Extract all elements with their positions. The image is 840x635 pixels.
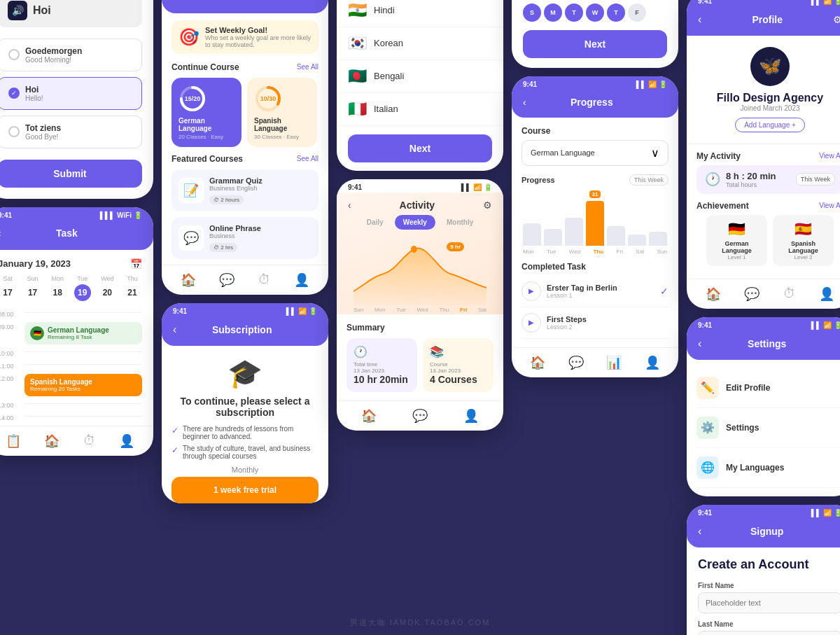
day-w[interactable]: W — [586, 4, 604, 22]
view-all-achievement[interactable]: View All — [819, 202, 840, 209]
nav-message[interactable]: 💬 — [219, 272, 234, 288]
activity-tabs: Daily Weekly Monthly — [348, 215, 492, 230]
day-f[interactable]: F — [628, 4, 646, 22]
status-bar-progress: 9:41 ▌▌📶🔋 — [512, 76, 678, 90]
gear-icon[interactable]: ⚙ — [833, 14, 840, 25]
task-firststeps[interactable]: ▶ First Steps Lesson 2 — [522, 307, 668, 339]
next-button-schedule[interactable]: Next — [523, 30, 667, 58]
tab-weekly[interactable]: Weekly — [395, 215, 435, 230]
phrase-name: Online Phrase — [209, 224, 261, 232]
nav-home-act[interactable]: 🏠 — [361, 408, 377, 424]
profile-avatar: 🦋 — [750, 47, 790, 86]
tab-monthly[interactable]: Monthly — [438, 215, 482, 230]
featured-grammar[interactable]: 📝 Grammar Quiz Business English ⏱ 2 hour… — [172, 169, 318, 211]
back-icon-signup[interactable]: ‹ — [698, 525, 701, 538]
status-bar-activity: 9:41 ▌▌📶🔋 — [337, 179, 503, 193]
day-sat[interactable]: Sat 17 — [0, 275, 18, 301]
submit-button[interactable]: Submit — [0, 160, 142, 188]
option-hoi[interactable]: Hoi Hello! — [0, 77, 142, 110]
day-sun[interactable]: Sun 17 — [23, 275, 43, 301]
add-language-button[interactable]: Add Language + — [735, 118, 805, 132]
setting-edit-profile[interactable]: ✏️ Edit Profile › — [696, 368, 840, 408]
course-selected: German Language — [531, 148, 595, 157]
nav-home-active[interactable]: 🏠 — [181, 272, 196, 288]
nav-clock-prf[interactable]: ⏱ — [783, 286, 796, 302]
course-date: Course13 Jan 2023 — [430, 361, 486, 374]
course-german[interactable]: 15/20 German Language 20 Classes · Easy — [172, 78, 241, 147]
view-all-activity[interactable]: View All — [819, 152, 840, 160]
weekly-title: Set Weekly Goal! — [205, 26, 312, 34]
weekly-banner[interactable]: 🎯 Set Weekly Goal! Who set a weekly goal… — [172, 20, 318, 54]
first-name-input[interactable] — [698, 592, 840, 613]
featured-phrase[interactable]: 💬 Online Phrase Business ⏱ 2 hrs — [172, 217, 318, 259]
setting-languages[interactable]: 🌐 My Languages › — [696, 448, 840, 488]
nav-stats-prog[interactable]: 📊 — [606, 355, 622, 370]
day-mon[interactable]: Mon 18 — [48, 275, 67, 301]
lang-hindi[interactable]: 🇮🇳 Hindi — [337, 0, 503, 27]
lang-korean[interactable]: 🇰🇷 Korean — [337, 27, 503, 60]
nav-msg-prog[interactable]: 💬 — [568, 355, 584, 370]
day-s[interactable]: S — [523, 4, 541, 22]
nav-profile-prf[interactable]: 👤 — [819, 286, 834, 302]
back-icon-task[interactable]: ‹ — [0, 228, 1, 239]
option-totziens[interactable]: Tot ziens Good Bye! — [0, 116, 142, 148]
activity-summary: Summary 🕐 Total time13 Jan 2023 10 hr 20… — [337, 314, 503, 400]
back-icon-settings[interactable]: ‹ — [698, 337, 701, 350]
day-t2[interactable]: T — [607, 4, 625, 22]
day-m[interactable]: M — [544, 4, 562, 22]
nav-msg-prf[interactable]: 💬 — [744, 286, 760, 302]
day-tue[interactable]: Tue 19 — [73, 275, 92, 301]
bar-fri — [607, 190, 625, 246]
option-sub-2: Hello! — [25, 95, 43, 102]
period-badge-profile[interactable]: This Week — [796, 173, 835, 186]
event-german[interactable]: 🇩🇪 German Language Remaining 8 Task — [24, 322, 142, 344]
task-erster[interactable]: ▶ Erster Tag in Berlin Lesson 1 ✓ — [522, 276, 668, 307]
nav-home-prog[interactable]: 🏠 — [530, 355, 545, 370]
bar-mon — [523, 190, 541, 246]
nav-home-prf[interactable]: 🏠 — [706, 286, 721, 302]
ach-spanish-level: Level 2 — [794, 254, 813, 260]
screen-subscription: 9:41 ▌▌📶🔋 ‹ Subscription 🎓 To continue, … — [162, 303, 328, 503]
ach-spanish[interactable]: 🇪🇸 Spanish Language Level 2 — [773, 215, 834, 266]
event-spanish-name: Spanish Language — [30, 378, 136, 386]
see-all-continue[interactable]: See All — [297, 63, 318, 71]
setting-settings[interactable]: ⚙️ Settings › — [696, 408, 840, 448]
ach-german[interactable]: 🇩🇪 German Language Level 1 — [706, 215, 767, 266]
day-t1[interactable]: T — [565, 4, 583, 22]
feature-text-2: The study of culture, travel, and busine… — [183, 445, 318, 460]
back-icon-sub[interactable]: ‹ — [173, 323, 176, 336]
see-all-featured[interactable]: See All — [297, 155, 318, 162]
last-name-input[interactable] — [698, 631, 840, 636]
back-icon-activity[interactable]: ‹ — [348, 200, 351, 211]
nav-user[interactable]: 👤 — [294, 272, 309, 288]
day-thu[interactable]: Thu 21 — [122, 275, 142, 301]
nav-task-icon[interactable]: 📋 — [6, 433, 21, 449]
next-button-lang[interactable]: Next — [348, 134, 492, 162]
back-icon-progress[interactable]: ‹ — [523, 97, 526, 108]
nav-user-prog[interactable]: 👤 — [645, 355, 660, 370]
trial-button[interactable]: 1 week free trial — [172, 477, 318, 503]
tab-daily[interactable]: Daily — [358, 215, 392, 230]
course-dropdown[interactable]: German Language ∨ — [522, 140, 668, 166]
settings-icon-activity[interactable]: ⚙ — [483, 200, 492, 211]
activity-chart: 9 hr — [348, 235, 492, 305]
lang-italian[interactable]: 🇮🇹 Italian — [337, 93, 503, 126]
lang-bengali[interactable]: 🇧🇩 Bengali — [337, 60, 503, 93]
nav-home-icon[interactable]: 🏠 — [44, 433, 59, 449]
option-goedemorgen[interactable]: Goedemorgen Good Morning! — [0, 39, 142, 71]
lang-name-bengali: Bengali — [374, 71, 404, 81]
nav-msg-act[interactable]: 💬 — [412, 408, 428, 424]
period-badge[interactable]: This Week — [629, 174, 668, 186]
course-spanish[interactable]: 10/30 Spanish Language 30 Classes · Easy — [247, 78, 317, 147]
nav-user-icon[interactable]: 👤 — [119, 433, 134, 449]
last-name-label: Last Name — [698, 620, 840, 628]
nav-clock-icon[interactable]: ⏱ — [83, 433, 96, 449]
nav-profile-act[interactable]: 👤 — [463, 408, 479, 424]
activity-card: 🕐 8 h : 20 min Total hours This Week — [696, 165, 840, 194]
back-icon-profile[interactable]: ‹ — [698, 13, 701, 26]
day-wed[interactable]: Wed 20 — [97, 275, 117, 301]
nav-clock[interactable]: ⏱ — [258, 272, 271, 288]
calendar-icon[interactable]: 📅 — [130, 258, 142, 270]
progress-title: Progress — [570, 97, 613, 108]
event-spanish[interactable]: Spanish Language Remaining 20 Tasks — [24, 374, 142, 396]
